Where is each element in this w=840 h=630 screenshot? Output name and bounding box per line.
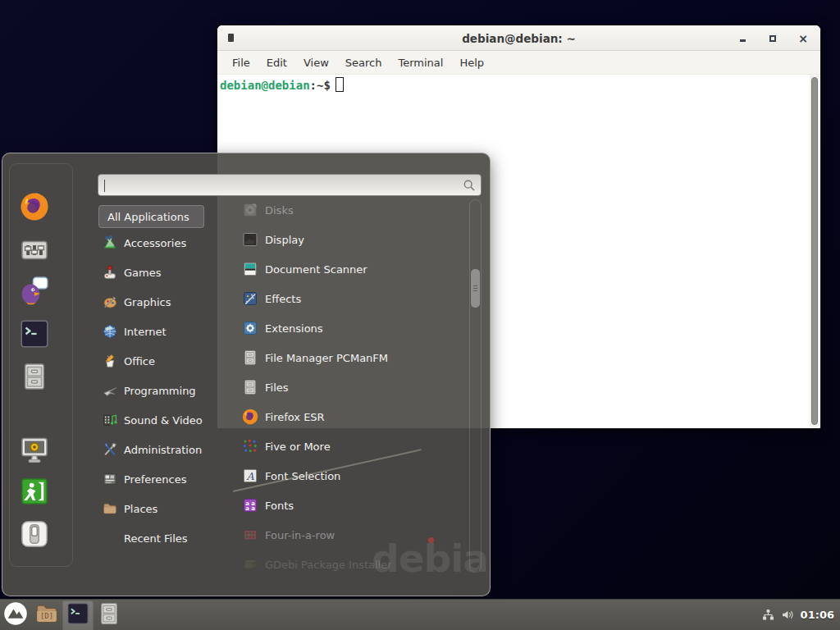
pidgin-icon (20, 293, 49, 308)
category-administration[interactable]: Administration (94, 435, 217, 464)
category-office[interactable]: Office (94, 346, 217, 376)
taskbar-file-manager-pcmanfm[interactable]: [D] (31, 600, 62, 630)
prompt-user-host: debian@debian (220, 79, 310, 92)
shut-down-button[interactable] (20, 519, 49, 549)
prompt-path: :~$ (310, 79, 331, 92)
category-games[interactable]: Games (94, 258, 217, 287)
file-cabinet-icon (242, 379, 258, 395)
network-icon[interactable] (761, 608, 775, 622)
search-box[interactable] (98, 174, 482, 196)
application-menu: All Applications AccessoriesGamesGraphic… (2, 153, 491, 596)
category-places[interactable]: Places (94, 494, 217, 523)
app-item-display[interactable]: Display (217, 225, 463, 254)
favorite-firefox[interactable] (20, 192, 49, 221)
terminal-menu-search[interactable]: Search (337, 51, 390, 75)
app-item-disks: Disks (217, 195, 463, 225)
administration-icon (103, 442, 117, 457)
system-tray: 01:06 (761, 608, 840, 622)
category-label: Sound & Video (124, 414, 203, 427)
taskbar-files[interactable] (94, 600, 125, 630)
app-item-file-manager-pcmanfm[interactable]: File Manager PCManFM (217, 343, 463, 372)
category-programming[interactable]: Programming (94, 376, 217, 405)
taskbar-terminal[interactable] (62, 600, 94, 630)
category-label: Office (124, 355, 155, 368)
firefox-icon (20, 209, 49, 225)
window-controls: × (737, 25, 809, 51)
maximize-button[interactable] (767, 33, 778, 44)
app-item-label: Firefox ESR (265, 411, 325, 423)
fonts-icon: a aa a (242, 497, 258, 514)
app-item-document-scanner[interactable]: Document Scanner (217, 254, 463, 284)
app-item-five-or-more[interactable]: Five or More (217, 431, 463, 461)
terminal-menu-terminal[interactable]: Terminal (390, 51, 451, 75)
close-button[interactable]: × (797, 33, 809, 44)
category-recent-files[interactable]: Recent Files (94, 523, 217, 553)
graphics-icon (103, 294, 117, 309)
terminal-title: debian@debian: ~ (217, 25, 820, 51)
taskbar-menu-button[interactable] (0, 600, 31, 630)
clock[interactable]: 01:06 (801, 609, 834, 621)
four-in-a-row-icon (242, 527, 258, 543)
menu-scrollbar[interactable] (469, 199, 482, 573)
favorite-volume-mixer[interactable] (20, 235, 49, 265)
terminal-icon (20, 336, 49, 352)
font-selection-icon: A (242, 468, 258, 484)
app-item-extensions[interactable]: Extensions (217, 313, 463, 343)
terminal-menu-edit[interactable]: Edit (258, 51, 295, 75)
app-item-label: Display (265, 234, 304, 246)
terminal-titlebar[interactable]: debian@debian: ~ × (217, 25, 820, 51)
taskbar-launchers: [D] (0, 600, 125, 630)
favorite-messenger-pidgin[interactable] (20, 276, 49, 305)
volume-icon[interactable] (781, 608, 795, 622)
preferences-icon (103, 472, 117, 486)
terminal-menu-file[interactable]: File (224, 51, 258, 75)
app-item-label: Files (265, 381, 289, 394)
app-item-effects[interactable]: Effects (217, 284, 463, 313)
category-label: Internet (124, 326, 167, 338)
category-label: Administration (124, 444, 202, 456)
search-input[interactable] (105, 176, 458, 194)
category-label: Preferences (124, 473, 186, 486)
app-item-label: Four-in-a-row (265, 529, 335, 541)
category-label: Games (124, 267, 161, 279)
gdebi-icon (242, 556, 258, 573)
terminal-menu-help[interactable]: Help (451, 51, 492, 75)
category-sound-video[interactable]: Sound & Video (94, 405, 217, 435)
terminal-icon (66, 602, 89, 628)
filter-label: All Applications (107, 211, 189, 223)
app-item-label: Fonts (265, 500, 294, 512)
effects-icon (242, 290, 258, 307)
menu-scrollbar-handle[interactable] (471, 269, 480, 308)
category-label: Graphics (124, 296, 171, 308)
volume-mixer-icon (20, 253, 49, 268)
app-item-firefox-esr[interactable]: Firefox ESR (217, 402, 463, 431)
sound-video-icon (103, 413, 117, 427)
file-cabinet-icon (97, 601, 121, 629)
app-item-fonts[interactable]: a aa aFonts (217, 491, 463, 520)
app-item-label: File Manager PCManFM (265, 352, 388, 364)
terminal-scrollbar-handle[interactable] (811, 77, 818, 425)
log-out-button[interactable] (20, 477, 49, 506)
terminal-menu-view[interactable]: View (295, 51, 337, 75)
file-cabinet-icon (242, 349, 258, 366)
app-item-label: Disks (265, 204, 294, 217)
category-label: Accessories (124, 237, 186, 249)
filter-all-applications[interactable]: All Applications (98, 205, 204, 228)
app-item-label: Five or More (265, 441, 331, 453)
svg-text:[D]: [D] (40, 612, 53, 620)
app-item-files[interactable]: Files (217, 372, 463, 402)
terminal-scrollbar[interactable] (810, 75, 819, 427)
category-graphics[interactable]: Graphics (94, 287, 217, 317)
minimize-button[interactable] (737, 33, 748, 44)
category-accessories[interactable]: Accessories (94, 228, 217, 258)
shutdown-icon (20, 536, 49, 552)
category-label: Programming (124, 385, 196, 397)
firefox-icon (242, 409, 258, 425)
logout-icon (20, 494, 49, 509)
lock-screen-button[interactable] (20, 435, 49, 464)
category-internet[interactable]: Internet (94, 317, 217, 346)
category-label: Recent Files (124, 532, 188, 545)
favorite-file-manager[interactable] (20, 362, 49, 391)
category-preferences[interactable]: Preferences (94, 464, 217, 494)
favorite-terminal[interactable] (20, 319, 49, 349)
